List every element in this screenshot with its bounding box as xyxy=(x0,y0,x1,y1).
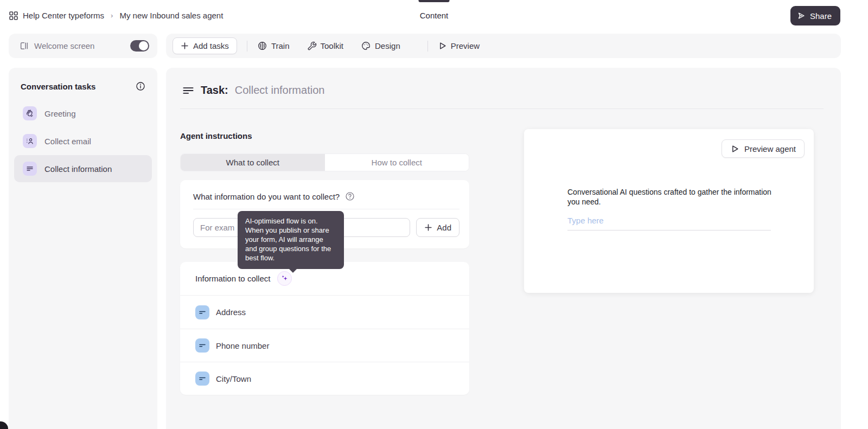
share-button-label: Share xyxy=(810,11,832,21)
collect-question-label: What information do you want to collect? xyxy=(193,192,340,201)
tooltip-line-2: When you publish or share your form, AI … xyxy=(245,226,336,263)
info-row-label: Address xyxy=(216,308,246,317)
info-row-address[interactable]: Address xyxy=(180,296,469,329)
toolbar-toolkit-button[interactable]: Toolkit xyxy=(307,41,344,51)
info-row-city-town[interactable]: City/Town xyxy=(180,362,469,395)
plus-icon xyxy=(181,42,189,50)
preview-agent-label: Preview agent xyxy=(744,144,796,153)
info-row-label: City/Town xyxy=(216,374,251,383)
conversation-tasks-sidebar: Conversation tasks Greetin xyxy=(9,68,157,429)
instruction-tabs: What to collect How to collect xyxy=(180,153,469,171)
sidebar-item-greeting[interactable]: Greeting xyxy=(14,100,152,127)
agent-instructions-label: Agent instructions xyxy=(180,131,252,140)
collect-question-row: What information do you want to collect? xyxy=(193,191,459,201)
send-icon xyxy=(797,11,806,20)
add-field-button[interactable]: Add xyxy=(416,218,459,237)
sidebar-title: Conversation tasks xyxy=(21,82,95,91)
builder-toolbar: Add tasks Train Toolkit xyxy=(166,34,841,58)
toolbar-design-label: Design xyxy=(375,41,400,50)
welcome-screen-label: Welcome screen xyxy=(34,41,94,50)
info-row-label: Phone number xyxy=(216,341,269,350)
toolbar-design-button[interactable]: Design xyxy=(361,41,400,51)
breadcrumb-workspace[interactable]: Help Center typeforms xyxy=(23,11,104,20)
sidebar-item-collect-email[interactable]: Collect email xyxy=(14,127,152,155)
breadcrumb: Help Center typeforms › My new Inbound s… xyxy=(9,0,223,31)
text-lines-icon xyxy=(23,162,37,176)
add-field-label: Add xyxy=(437,223,451,232)
agent-preview-card: Preview agent Conversational AI question… xyxy=(524,129,814,293)
preview-answer-input[interactable]: Type here xyxy=(567,216,771,230)
help-icon[interactable] xyxy=(345,191,355,201)
wave-icon xyxy=(23,106,37,120)
tab-how-to-collect[interactable]: How to collect xyxy=(325,154,469,171)
ai-sparkle-icon[interactable] xyxy=(277,271,292,286)
sidebar-item-label: Collect email xyxy=(44,137,91,146)
toolbar-divider xyxy=(247,41,247,52)
sidebar-item-collect-information[interactable]: Collect information xyxy=(14,155,152,182)
plus-icon xyxy=(424,223,432,232)
tab-what-to-collect[interactable]: What to collect xyxy=(181,154,325,171)
add-tasks-button[interactable]: Add tasks xyxy=(173,37,237,54)
toolbar-train-button[interactable]: Train xyxy=(257,41,290,51)
welcome-screen-toggle[interactable] xyxy=(130,40,149,52)
welcome-screen-icon xyxy=(20,41,29,50)
tooltip-arrow xyxy=(289,268,297,273)
preview-message: Conversational AI questions crafted to g… xyxy=(567,187,773,207)
short-text-icon xyxy=(195,305,209,319)
brain-icon xyxy=(257,41,267,51)
share-button[interactable]: Share xyxy=(790,6,840,25)
toolbar-preview-label: Preview xyxy=(451,41,480,50)
sidebar-task-list: Greeting Collect email Collect info xyxy=(9,100,157,182)
top-bar: Help Center typeforms › My new Inbound s… xyxy=(0,0,868,31)
toolbar-train-label: Train xyxy=(271,41,290,50)
breadcrumb-document-title[interactable]: My new Inbound sales agent xyxy=(119,11,223,20)
toolbar-preview-button[interactable]: Preview xyxy=(438,41,480,50)
play-icon xyxy=(438,41,447,50)
short-text-icon xyxy=(195,372,209,386)
sidebar-item-label: Greeting xyxy=(44,109,76,118)
header-divider xyxy=(180,108,824,109)
ai-flow-tooltip: AI-optimised flow is on. When you publis… xyxy=(238,211,344,269)
chevron-right-icon: › xyxy=(111,11,113,20)
task-prefix: Task: xyxy=(201,84,228,97)
tooltip-line-1: AI-optimised flow is on. xyxy=(245,217,336,226)
agent-builder-app: Help Center typeforms › My new Inbound s… xyxy=(0,0,868,429)
info-icon[interactable] xyxy=(136,81,145,91)
text-lines-icon xyxy=(182,85,194,97)
card-divider xyxy=(193,209,459,209)
dev-indicator-badge[interactable] xyxy=(0,421,8,429)
toolbar-divider xyxy=(427,41,428,52)
tab-content-label: Content xyxy=(420,11,449,20)
toolbar-toolkit-label: Toolkit xyxy=(321,41,344,50)
welcome-screen-bar: Welcome screen xyxy=(9,34,157,58)
information-to-collect-card: Information to collect Address xyxy=(180,262,469,395)
task-header: Task: Collect information xyxy=(182,84,324,97)
play-icon xyxy=(730,144,739,153)
task-title[interactable]: Collect information xyxy=(235,84,325,97)
task-editor-panel: Task: Collect information Agent instruct… xyxy=(166,68,841,429)
info-card-title: Information to collect xyxy=(195,274,270,283)
short-text-icon xyxy=(195,338,209,353)
add-tasks-label: Add tasks xyxy=(193,41,229,50)
wrench-icon xyxy=(307,41,317,51)
grid-icon[interactable] xyxy=(9,11,18,21)
toggle-knob xyxy=(139,41,148,50)
preview-agent-button[interactable]: Preview agent xyxy=(722,139,805,158)
contact-icon xyxy=(23,134,37,148)
sidebar-header: Conversation tasks xyxy=(9,68,157,91)
info-row-phone-number[interactable]: Phone number xyxy=(180,329,469,362)
palette-icon xyxy=(361,41,371,51)
sidebar-item-label: Collect information xyxy=(44,164,112,174)
tab-content[interactable]: Content xyxy=(420,0,449,31)
